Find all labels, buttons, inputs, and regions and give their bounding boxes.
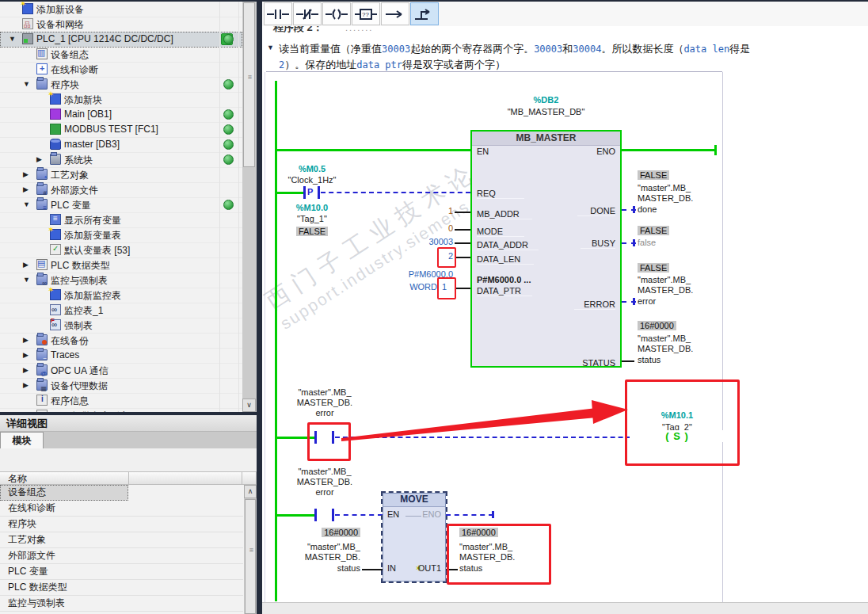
tree-item-proginfo[interactable]: 程序信息 bbox=[0, 393, 242, 409]
detail-scrollbar-thumb[interactable]: ≡ bbox=[245, 499, 256, 614]
tree-item-folder-backup[interactable]: ▶在线备份 bbox=[0, 333, 242, 349]
detail-row[interactable]: PLC 变量 bbox=[0, 564, 243, 580]
detail-scroll-up-button[interactable]: ∧ bbox=[244, 485, 257, 498]
tree-item-folder-prog[interactable]: ▼程序块 bbox=[0, 77, 242, 93]
toolbar-close-branch-button[interactable] bbox=[410, 2, 439, 25]
tree-item-add[interactable]: 添加新块 bbox=[0, 92, 242, 108]
tab-module[interactable]: 模块 bbox=[0, 432, 44, 448]
tree-item-datatypes[interactable]: ▶PLC 数据类型 bbox=[0, 257, 242, 273]
pin-move-in[interactable]: IN bbox=[387, 563, 396, 573]
tree-item-folder-src[interactable]: ▶外部源文件 bbox=[0, 182, 242, 198]
tree-item-folder-traces[interactable]: ▶Traces bbox=[0, 348, 242, 364]
value-mb-addr[interactable]: 1 bbox=[405, 206, 453, 215]
tree-item-add[interactable]: 添加新变量表 bbox=[0, 227, 242, 243]
done-operand-line1[interactable]: "master".MB_ bbox=[638, 183, 691, 193]
tree-expander-icon[interactable]: ▶ bbox=[23, 170, 29, 178]
tree-expander-icon[interactable]: ▶ bbox=[23, 336, 29, 344]
pin-move-eno[interactable]: ENO bbox=[422, 509, 441, 519]
toolbar-open-branch-button[interactable] bbox=[381, 2, 409, 25]
value-mode[interactable]: 0 bbox=[405, 223, 453, 233]
tree-scrollbar-thumb[interactable]: ≡ bbox=[243, 2, 255, 167]
comment-collapse-icon[interactable]: ▼ bbox=[267, 44, 274, 51]
tree-item-folder-tech[interactable]: ▶工艺对象 bbox=[0, 167, 242, 183]
contact1-address[interactable]: %M0.5 bbox=[280, 164, 344, 174]
contact1-p-symbol[interactable]: P bbox=[307, 187, 313, 196]
detail-scrollbar[interactable]: ∧ ≡ bbox=[244, 485, 257, 614]
pin-data-len[interactable]: DATA_LEN bbox=[477, 254, 534, 265]
tree-item-plc[interactable]: ▼PLC_1 [CPU 1214C DC/DC/DC]✓ bbox=[0, 32, 242, 48]
detail-row[interactable]: 在线和诊断 bbox=[0, 501, 243, 517]
tree-item-add[interactable]: 添加新设备 bbox=[0, 2, 242, 17]
tree-item-folder-sys[interactable]: ▶系统块 bbox=[0, 152, 242, 168]
pin-data-ptr[interactable]: DATA_PTR bbox=[477, 286, 532, 296]
toolbar-nc-contact-button[interactable] bbox=[293, 2, 322, 25]
tree-item-fc[interactable]: MODBUS TEST [FC1] bbox=[0, 122, 242, 138]
pin-req[interactable]: REQ bbox=[477, 189, 524, 199]
detail-row[interactable]: PLC 数据类型 bbox=[0, 580, 243, 596]
detail-row[interactable]: 监控与强制表 bbox=[0, 596, 243, 612]
tree-item-forcetable[interactable]: 强制表 bbox=[0, 318, 242, 334]
tree-item-devcfg[interactable]: 设备组态 bbox=[0, 47, 242, 63]
tree-item-folder-tags[interactable]: ▼PLC 变量 bbox=[0, 197, 242, 213]
tree-item-diag[interactable]: 在线和诊断 bbox=[0, 62, 242, 78]
pin-eno[interactable]: ENO bbox=[596, 147, 615, 156]
tree-item-folder-opcua[interactable]: ▶OPC UA 通信 bbox=[0, 363, 242, 379]
move-in-operand-line1[interactable]: "master".MB_ bbox=[297, 542, 360, 551]
detail-row[interactable]: 设备组态 bbox=[0, 485, 128, 501]
tree-expander-icon[interactable]: ▶ bbox=[23, 261, 29, 269]
pin-status[interactable]: STATUS bbox=[571, 358, 615, 368]
detail-list[interactable]: 设备组态在线和诊断程序块工艺对象外部源文件PLC 变量PLC 数据类型监控与强制… bbox=[0, 485, 257, 614]
contact1-name[interactable]: "Clock_1Hz" bbox=[280, 175, 344, 185]
tree-item-tagtable[interactable]: 默认变量表 [53] bbox=[0, 242, 242, 258]
tree-expander-icon[interactable]: ▼ bbox=[23, 200, 30, 208]
pin-en[interactable]: EN bbox=[477, 147, 489, 156]
tree-item-db[interactable]: master [DB3] bbox=[0, 137, 242, 153]
pin-data-addr[interactable]: DATA_ADDR bbox=[477, 240, 539, 250]
tree-expander-icon[interactable]: ▼ bbox=[9, 35, 16, 43]
pin-move-out1[interactable]: OUT1 bbox=[418, 563, 441, 573]
edge-mem-address[interactable]: %M10.0 bbox=[280, 203, 344, 212]
edge-mem-name[interactable]: "Tag_1" bbox=[280, 214, 344, 223]
tree-item-watchtable[interactable]: 监控表_1 bbox=[0, 303, 242, 318]
pin-done[interactable]: DONE bbox=[577, 206, 615, 216]
rung3-contact-line1[interactable]: "master".MB_ bbox=[277, 467, 372, 476]
tree-item-tags-all[interactable]: 显示所有变量 bbox=[0, 212, 242, 228]
mb-master-block[interactable]: MB_MASTER EN ENO REQ MB_ADDR MODE DATA_A… bbox=[470, 130, 622, 368]
network-title-row[interactable]: 程序段 2： ....... bbox=[262, 26, 868, 38]
toolbar-empty-box-button[interactable]: ?? bbox=[352, 2, 380, 25]
move-block[interactable]: MOVE EN ENO IN ✶ OUT1 bbox=[383, 493, 446, 582]
value-data-addr[interactable]: 30003 bbox=[405, 237, 453, 246]
pin-move-en[interactable]: EN bbox=[387, 509, 399, 519]
tree-scroll-down-button[interactable]: ∨ bbox=[242, 399, 256, 412]
pin-error[interactable]: ERROR bbox=[574, 299, 615, 310]
tree-item-network[interactable]: 设备和网络 bbox=[0, 17, 242, 32]
panel-divider[interactable] bbox=[257, 0, 262, 614]
db-instance-address[interactable]: %DB2 bbox=[470, 95, 622, 105]
tree-expander-icon[interactable]: ▶ bbox=[36, 155, 42, 163]
toolbar-no-contact-button[interactable] bbox=[264, 2, 292, 25]
tree-item-folder-proxy[interactable]: ▶设备代理数据 bbox=[0, 378, 242, 394]
error-operand-line1[interactable]: "master".MB_ bbox=[638, 275, 691, 284]
tree-item-ob[interactable]: Main [OB1] bbox=[0, 107, 242, 123]
detail-row[interactable]: 工艺对象 bbox=[0, 532, 243, 548]
toolbar-coil-button[interactable] bbox=[322, 2, 351, 25]
tree-scrollbar[interactable]: ≡ ∨ bbox=[242, 2, 257, 412]
pin-busy[interactable]: BUSY bbox=[581, 238, 615, 249]
tree-expander-icon[interactable]: ▶ bbox=[23, 185, 29, 193]
tree-expander-icon[interactable]: ▼ bbox=[23, 276, 30, 284]
pin-mb-addr[interactable]: MB_ADDR bbox=[477, 209, 532, 219]
pin-mode[interactable]: MODE bbox=[477, 227, 524, 237]
tree-expander-icon[interactable]: ▶ bbox=[23, 366, 29, 374]
status-operand-line1[interactable]: "master".MB_ bbox=[638, 334, 691, 343]
tree-expander-icon[interactable]: ▶ bbox=[23, 381, 29, 389]
tree-item-folder-watch[interactable]: ▼监控与强制表 bbox=[0, 273, 242, 288]
tree-item-add[interactable]: 添加新监控表 bbox=[0, 288, 242, 303]
project-tree[interactable]: 添加新设备设备和网络▼PLC_1 [CPU 1214C DC/DC/DC]✓设备… bbox=[0, 2, 257, 412]
network-comment[interactable]: 读当前重量值（净重值30003起始的两个寄存器两个字。30003和30004。所… bbox=[279, 41, 754, 73]
detail-row[interactable]: 程序块 bbox=[0, 517, 243, 532]
busy-operand[interactable]: false bbox=[638, 238, 656, 247]
tree-expander-icon[interactable]: ▶ bbox=[23, 351, 29, 359]
db-instance-name[interactable]: "MB_MASTER_DB" bbox=[470, 107, 622, 116]
detail-row[interactable]: 外部源文件 bbox=[0, 548, 243, 564]
tree-expander-icon[interactable]: ▼ bbox=[23, 80, 30, 88]
